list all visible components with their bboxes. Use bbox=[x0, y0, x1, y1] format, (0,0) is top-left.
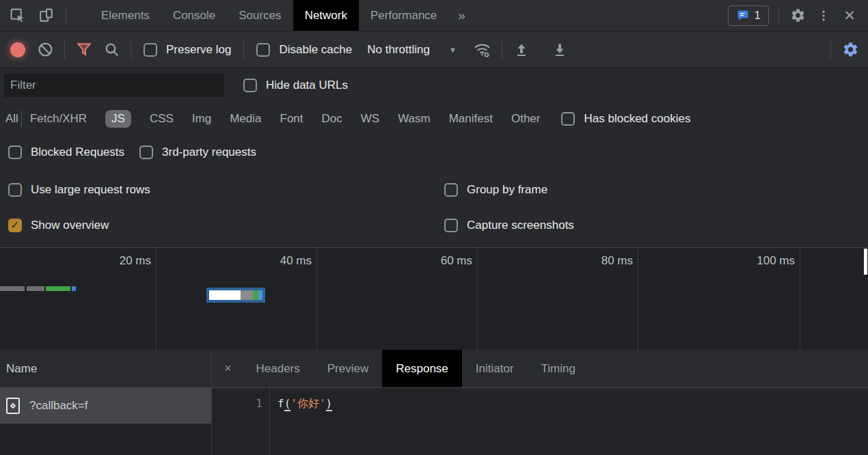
checkbox-icon bbox=[561, 112, 575, 126]
tab-label: Sources bbox=[239, 9, 281, 23]
tab-headers[interactable]: Headers bbox=[243, 350, 314, 387]
type-filter-ws[interactable]: WS bbox=[361, 110, 379, 128]
waterfall-bar bbox=[0, 286, 25, 291]
more-options-button[interactable] bbox=[811, 0, 837, 31]
filter-label: Other bbox=[511, 112, 541, 125]
filter-label: Img bbox=[192, 112, 211, 125]
waterfall-segment bbox=[241, 290, 253, 300]
third-party-requests-checkbox[interactable]: 3rd-party requests bbox=[139, 146, 256, 159]
divider bbox=[830, 41, 831, 59]
checkbox-label: Preserve log bbox=[166, 43, 231, 57]
more-tabs-button[interactable]: » bbox=[448, 0, 475, 31]
tab-timing[interactable]: Timing bbox=[528, 350, 589, 387]
checkbox-icon bbox=[139, 146, 153, 159]
tab-initiator[interactable]: Initiator bbox=[462, 350, 528, 387]
tab-console[interactable]: Console bbox=[161, 0, 227, 31]
tab-sources[interactable]: Sources bbox=[227, 0, 293, 31]
filter-label: Doc bbox=[322, 112, 342, 125]
tab-label: Preview bbox=[327, 362, 368, 376]
type-filter-wasm[interactable]: Wasm bbox=[398, 110, 431, 128]
preserve-log-checkbox[interactable]: Preserve log bbox=[144, 43, 231, 57]
tab-label: Network bbox=[305, 9, 347, 23]
use-large-request-rows-checkbox[interactable]: Use large request rows bbox=[8, 172, 444, 208]
filter-label: Wasm bbox=[398, 112, 431, 125]
tab-network[interactable]: Network bbox=[293, 0, 359, 31]
settings-button[interactable] bbox=[785, 0, 811, 31]
type-filter-media[interactable]: Media bbox=[230, 110, 261, 128]
export-har-button[interactable] bbox=[546, 36, 573, 64]
type-filter-font[interactable]: Font bbox=[280, 110, 303, 128]
network-filter-section: Hide data URLs All Fetch/XHR JS CSS Img … bbox=[0, 68, 868, 169]
search-button[interactable] bbox=[98, 36, 125, 64]
timeline-segment: 80 ms bbox=[478, 248, 638, 353]
capture-screenshots-checkbox[interactable]: Capture screenshots bbox=[444, 208, 868, 243]
line-number: 1 bbox=[256, 397, 262, 410]
type-filter-other[interactable]: Other bbox=[511, 110, 541, 128]
group-by-frame-checkbox[interactable]: Group by frame bbox=[444, 172, 868, 208]
type-filter-css[interactable]: CSS bbox=[150, 110, 174, 128]
toggle-device-toolbar-button[interactable] bbox=[31, 0, 60, 31]
inspect-element-button[interactable] bbox=[3, 0, 31, 31]
checkbox-label: Use large request rows bbox=[31, 183, 150, 197]
checkbox-label: Capture screenshots bbox=[467, 219, 574, 232]
network-view-options: Use large request rows Group by frame Sh… bbox=[0, 169, 868, 247]
disable-cache-checkbox[interactable]: Disable cache bbox=[256, 43, 352, 57]
filter-label: Fetch/XHR bbox=[30, 112, 87, 125]
tab-label: Console bbox=[173, 9, 215, 23]
divider bbox=[502, 41, 502, 59]
type-filter-all[interactable]: All bbox=[5, 110, 18, 128]
type-filter-fetch-xhr[interactable]: Fetch/XHR bbox=[30, 110, 87, 128]
tick-label: 60 ms bbox=[441, 248, 477, 268]
type-filter-manifest[interactable]: Manifest bbox=[449, 110, 493, 128]
download-icon bbox=[552, 42, 568, 58]
response-body-viewer[interactable]: 1 f('你好') bbox=[212, 388, 868, 455]
type-filter-img[interactable]: Img bbox=[192, 110, 211, 128]
tab-response[interactable]: Response bbox=[382, 350, 462, 387]
issues-button[interactable]: 1 bbox=[728, 5, 769, 26]
has-blocked-cookies-checkbox[interactable]: Has blocked cookies bbox=[561, 112, 690, 126]
panel-tabs: Elements Console Sources Network Perform… bbox=[90, 0, 448, 31]
tab-label: Initiator bbox=[476, 362, 514, 376]
filter-label: Media bbox=[230, 112, 261, 125]
column-header-label: Name bbox=[6, 362, 37, 376]
checkbox-icon bbox=[256, 43, 270, 57]
name-column-header[interactable]: Name bbox=[0, 350, 211, 388]
throttling-select[interactable]: No throttling ▼ bbox=[367, 43, 457, 57]
tab-preview[interactable]: Preview bbox=[314, 350, 382, 387]
checkbox-icon bbox=[8, 146, 22, 159]
type-filter-js[interactable]: JS bbox=[105, 110, 131, 128]
selected-request-waterfall-bar[interactable] bbox=[206, 288, 265, 303]
request-row-selected[interactable]: ?callback=f bbox=[0, 388, 211, 424]
waterfall-bar bbox=[27, 286, 44, 291]
close-devtools-button[interactable]: ✕ bbox=[837, 0, 863, 31]
network-conditions-button[interactable] bbox=[469, 36, 496, 64]
record-network-log-button[interactable] bbox=[4, 36, 31, 64]
filter-label: CSS bbox=[150, 112, 174, 125]
hide-data-urls-checkbox[interactable]: Hide data URLs bbox=[243, 79, 348, 92]
blocked-requests-checkbox[interactable]: Blocked Requests bbox=[8, 146, 124, 159]
line-number-gutter: 1 bbox=[212, 388, 270, 455]
import-har-button[interactable] bbox=[508, 36, 535, 64]
script-file-icon bbox=[6, 398, 20, 414]
devtools-window: Elements Console Sources Network Perform… bbox=[0, 0, 868, 455]
type-filter-doc[interactable]: Doc bbox=[322, 110, 342, 128]
tab-label: Performance bbox=[370, 9, 437, 23]
network-overview-timeline[interactable]: 20 ms 40 ms 60 ms 80 ms 100 ms bbox=[0, 247, 868, 353]
divider bbox=[21, 110, 22, 128]
checkbox-label: Blocked Requests bbox=[31, 146, 124, 159]
tick-label: 40 ms bbox=[280, 248, 316, 268]
show-overview-checkbox[interactable]: Show overview bbox=[8, 208, 444, 243]
tab-elements[interactable]: Elements bbox=[90, 0, 161, 31]
filter-toggle-button[interactable] bbox=[70, 36, 98, 64]
network-settings-button[interactable] bbox=[837, 36, 864, 64]
checkbox-icon bbox=[444, 219, 458, 232]
timeline-segment: 20 ms bbox=[0, 248, 157, 353]
filter-input[interactable] bbox=[4, 74, 224, 97]
checkbox-label: Disable cache bbox=[279, 43, 352, 57]
checkbox-label: Show overview bbox=[31, 219, 109, 232]
close-details-button[interactable]: × bbox=[212, 350, 243, 387]
chevron-down-icon: ▼ bbox=[449, 46, 457, 54]
tab-performance[interactable]: Performance bbox=[359, 0, 448, 31]
clear-network-log-button[interactable] bbox=[31, 36, 59, 64]
overview-scrollbar-thumb[interactable] bbox=[864, 249, 867, 275]
